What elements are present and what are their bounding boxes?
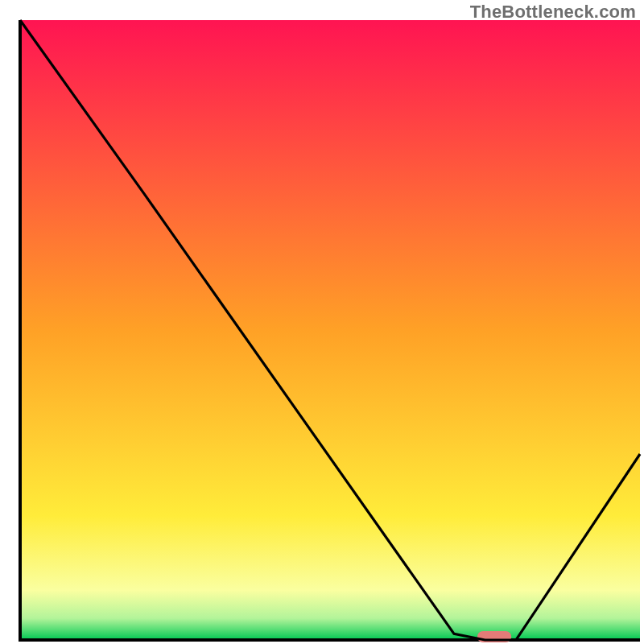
chart-background [20,20,640,640]
chart-container: TheBottleneck.com [0,0,644,644]
bottleneck-chart [0,0,644,644]
